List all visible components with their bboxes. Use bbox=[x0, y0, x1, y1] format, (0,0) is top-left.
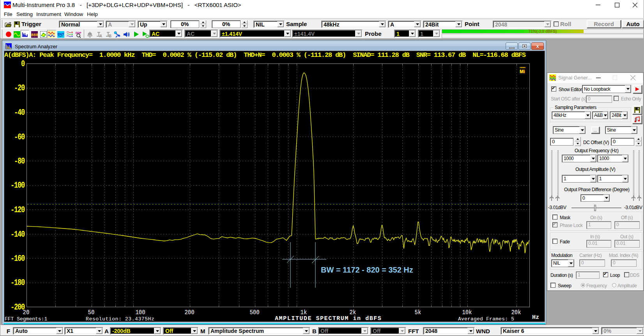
svg-text:BW = 1172 - 820 = 352 Hz: BW = 1172 - 820 = 352 Hz bbox=[321, 266, 413, 274]
svg-text:B: B bbox=[109, 34, 111, 38]
svg-text:888: 888 bbox=[31, 33, 38, 37]
svg-text:DUT: DUT bbox=[58, 32, 64, 36]
svg-text:A: A bbox=[99, 34, 102, 38]
